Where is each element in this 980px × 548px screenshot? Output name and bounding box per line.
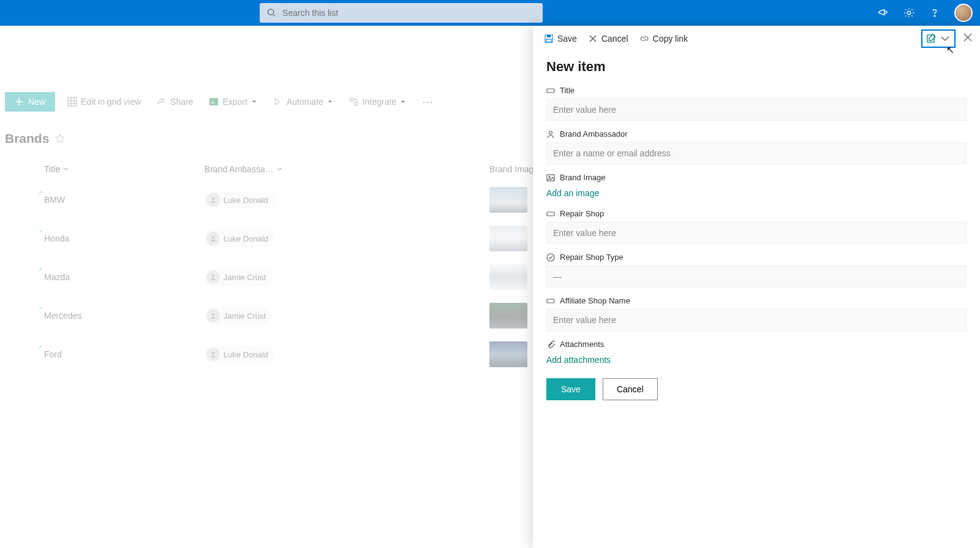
export-label: Export [222, 97, 247, 107]
person-chip[interactable]: Jamie Crust [205, 307, 272, 324]
panel-buttons: Save Cancel [546, 378, 967, 400]
person-icon [546, 130, 555, 139]
repair-input[interactable] [546, 222, 967, 244]
save-button[interactable]: Save [546, 378, 595, 400]
automate-button[interactable]: Automate [270, 94, 337, 109]
add-attachments-link[interactable]: Add attachments [546, 352, 611, 367]
person-name: Jamie Crust [224, 311, 266, 321]
add-image-link[interactable]: Add an image [546, 186, 599, 200]
person-avatar-icon [206, 270, 220, 284]
choice-icon [546, 253, 555, 262]
repair-type-select[interactable]: — [546, 265, 967, 287]
search-box[interactable] [260, 3, 543, 23]
chevron-down-icon [276, 166, 283, 172]
share-label: Share [170, 97, 193, 107]
person-name: Jamie Crust [224, 273, 266, 282]
svg-rect-15 [547, 35, 551, 37]
svg-point-12 [212, 313, 214, 316]
brand-image-thumb [489, 187, 527, 213]
copy-link-label: Copy link [653, 34, 688, 44]
share-button[interactable]: Share [153, 94, 197, 109]
row-title: BMW [44, 195, 65, 205]
cursor-indicator: ↖ [946, 44, 954, 56]
panel-heading: New item [546, 59, 967, 75]
svg-rect-16 [546, 39, 551, 42]
new-label: New [28, 97, 45, 107]
svg-point-2 [907, 11, 910, 14]
person-chip[interactable]: Luke Donald [205, 191, 274, 208]
panel-cancel-button[interactable]: Cancel [588, 34, 628, 44]
more-actions[interactable]: ⋯ [418, 95, 438, 108]
edit-grid-button[interactable]: Edit in grid view [64, 94, 145, 109]
close-icon [963, 32, 973, 42]
person-avatar-icon [206, 309, 220, 322]
new-button[interactable]: New [5, 92, 55, 112]
panel-save-button[interactable]: Save [544, 34, 577, 44]
megaphone-icon[interactable] [877, 7, 889, 19]
chevron-down-icon [940, 33, 951, 44]
person-chip[interactable]: Jamie Crust [205, 268, 272, 286]
search-input[interactable] [282, 8, 535, 18]
form-icon [926, 33, 937, 44]
brand-image-thumb [489, 226, 527, 251]
share-icon [157, 97, 167, 107]
ambassador-input[interactable] [546, 142, 967, 164]
panel-save-label: Save [557, 34, 577, 44]
title-input[interactable] [546, 99, 967, 121]
person-avatar-icon [206, 193, 220, 207]
person-chip[interactable]: Luke Donald [205, 346, 274, 363]
integrate-label: Integrate [363, 97, 396, 107]
field-repair-type-label: Repair Shop Type [560, 253, 624, 262]
save-icon [544, 34, 554, 44]
person-chip[interactable]: Luke Donald [205, 230, 274, 247]
image-icon [546, 173, 555, 182]
settings-icon[interactable] [903, 7, 915, 19]
list-title: Brands [5, 131, 49, 146]
attachment-icon [546, 340, 555, 349]
text-field-icon [546, 210, 555, 218]
svg-point-21 [549, 176, 550, 177]
svg-point-10 [212, 236, 214, 238]
integrate-button[interactable]: Integrate [345, 94, 410, 109]
help-icon[interactable] [929, 7, 941, 19]
svg-text:x: x [211, 99, 214, 105]
person-avatar-icon [206, 232, 220, 245]
flow-icon [273, 97, 283, 107]
panel-body: New item Title Brand Ambassador Brand Im… [533, 51, 980, 408]
col-title[interactable]: Title [37, 158, 197, 181]
export-button[interactable]: x Export [205, 94, 260, 109]
edit-grid-label: Edit in grid view [81, 97, 141, 107]
col-ambassador[interactable]: Brand Ambassa… [197, 158, 482, 181]
copy-link-button[interactable]: Copy link [639, 34, 688, 44]
favorite-star-icon[interactable] [55, 134, 65, 143]
svg-rect-22 [547, 212, 554, 216]
field-repair-shop: Repair Shop [546, 209, 967, 244]
search-icon [267, 8, 276, 18]
row-title: Mercedes [44, 311, 81, 321]
user-avatar[interactable] [954, 4, 973, 22]
automate-label: Automate [287, 97, 323, 107]
svg-point-9 [212, 197, 214, 200]
svg-point-13 [212, 352, 214, 354]
chevron-down-icon [251, 99, 257, 105]
field-brand-image: Brand Image Add an image [546, 173, 967, 200]
svg-point-0 [268, 9, 273, 15]
chevron-down-icon [62, 166, 69, 172]
excel-icon: x [209, 97, 219, 107]
person-name: Luke Donald [224, 196, 268, 205]
integrate-icon [349, 97, 359, 107]
topbar-actions [877, 4, 973, 22]
affiliate-input[interactable] [546, 309, 967, 331]
field-attachments-label: Attachments [560, 340, 604, 349]
brand-image-thumb [489, 341, 527, 367]
field-title-label: Title [560, 86, 575, 95]
row-title: Ford [44, 349, 62, 359]
panel-close-button[interactable] [960, 30, 975, 47]
person-name: Luke Donald [224, 234, 268, 243]
cancel-button[interactable]: Cancel [603, 378, 658, 400]
svg-point-23 [547, 254, 554, 261]
field-attachments: Attachments Add attachments [546, 340, 967, 367]
new-item-panel: Save Cancel Copy link ↖ New item Title [533, 26, 980, 548]
field-affiliate: Affiliate Shop Name [546, 296, 967, 331]
panel-toolbar: Save Cancel Copy link [533, 26, 980, 51]
